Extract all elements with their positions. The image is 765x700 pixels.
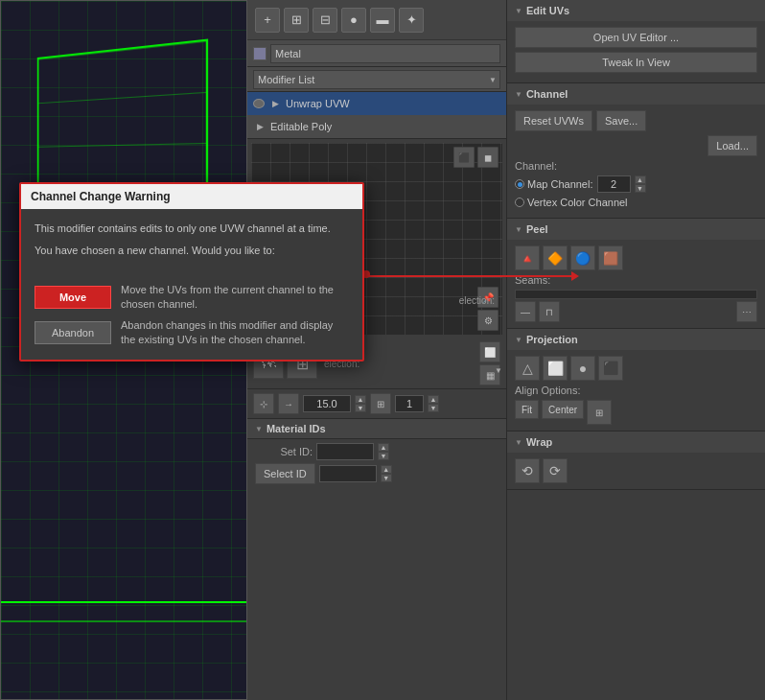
toolbar-star-icon[interactable]: ✦ <box>399 8 424 33</box>
select-id-spinner-up[interactable]: ▲ <box>381 465 392 474</box>
proj-cylinder-icon[interactable]: ⬜ <box>543 356 568 381</box>
peel-header[interactable]: ▼ Peel <box>507 219 765 240</box>
map-channel-down[interactable]: ▼ <box>635 184 646 193</box>
select-id-spinner-down[interactable]: ▼ <box>381 474 392 482</box>
map-channel-up[interactable]: ▲ <box>635 175 646 184</box>
move-button[interactable]: Move <box>35 286 111 309</box>
uv-select-icon1[interactable]: ⬛ <box>453 147 475 168</box>
proj-align-icon[interactable]: ⊞ <box>587 400 612 425</box>
set-id-spinner-down[interactable]: ▼ <box>378 452 389 460</box>
dialog-title-bar: Channel Change Warning <box>21 184 362 209</box>
count-spinner-down[interactable]: ▼ <box>428 404 439 412</box>
select-id-button[interactable]: Select ID <box>255 463 315 484</box>
selection-label: election: <box>459 295 495 306</box>
toolbar-rect-icon[interactable]: ▬ <box>370 8 395 33</box>
eye-icon[interactable] <box>253 99 265 108</box>
modifier-unwrap-uvw[interactable]: ▶ Unwrap UVW <box>247 92 506 115</box>
select-id-input[interactable] <box>319 465 377 482</box>
object-name-input[interactable] <box>270 44 500 63</box>
fit-button[interactable]: Fit <box>515 400 539 419</box>
modifier-stack: ▶ Unwrap UVW ▶ Editable Poly <box>247 92 506 139</box>
dialog-line2: You have chosen a new channel. Would you… <box>35 243 349 259</box>
projection-section: ▼ Projection △ ⬜ ● ⬛ Align Options: Fit … <box>507 329 765 432</box>
seam-tool2[interactable]: ⊓ <box>539 301 560 322</box>
uv-misc-icon2[interactable]: ▦ <box>479 364 500 385</box>
edit-uvs-header[interactable]: ▼ Edit UVs <box>507 0 765 21</box>
seam-dots[interactable]: ⋯ <box>736 301 757 322</box>
map-channel-option[interactable]: Map Channel: <box>515 178 593 190</box>
channel-triangle: ▼ <box>515 90 522 99</box>
channel-header[interactable]: ▼ Channel <box>507 83 765 105</box>
viewport-green-line <box>1 601 246 603</box>
edit-uvs-section: ▼ Edit UVs Open UV Editor ... Tweak In V… <box>507 0 765 83</box>
grid-snap-icon[interactable]: ⊞ <box>370 393 391 414</box>
abandon-action-row: Abandon Abandon changes in this modifier… <box>35 318 349 348</box>
map-channel-radio[interactable] <box>515 179 524 189</box>
move-gizmo-icon[interactable]: ⊹ <box>253 393 274 414</box>
toolbar-circle-icon[interactable]: ● <box>341 8 366 33</box>
toolbar-unwrap-icon[interactable]: ⊞ <box>284 8 309 33</box>
wrap-icon2[interactable]: ⟳ <box>543 458 568 483</box>
wrap-icon1[interactable]: ⟲ <box>515 458 540 483</box>
dialog-actions: Move Move the UVs from the current chann… <box>21 275 362 360</box>
projection-triangle: ▼ <box>515 336 522 344</box>
object-color-swatch[interactable] <box>253 47 267 60</box>
count-spinner-up[interactable]: ▲ <box>428 395 439 404</box>
channel-content: Reset UVWs Save... Load... Channel: Map … <box>507 105 765 218</box>
channel-change-dialog[interactable]: Channel Change Warning This modifier con… <box>19 182 364 362</box>
toolbar-edit-icon[interactable]: ⊟ <box>313 8 337 33</box>
peel-icon4[interactable]: 🟫 <box>598 245 623 270</box>
modifier-unwrap-label: Unwrap UVW <box>286 98 500 109</box>
modifier-list-dropdown[interactable]: Modifier List <box>253 70 500 89</box>
wrap-header[interactable]: ▼ Wrap <box>507 432 765 453</box>
align-options-label: Align Options: <box>515 385 580 396</box>
modifier-editable-poly[interactable]: ▶ Editable Poly <box>247 115 506 138</box>
arrow-icon[interactable]: → <box>278 393 299 414</box>
peel-icon1[interactable]: 🔺 <box>515 245 540 270</box>
map-channel-input[interactable] <box>597 175 631 193</box>
value-spinner-up[interactable]: ▲ <box>355 395 366 404</box>
spin-count-input[interactable] <box>395 395 424 412</box>
peel-icon3[interactable]: 🔵 <box>570 245 595 270</box>
material-ids-triangle: ▼ <box>255 425 263 433</box>
viewport-green-line2 <box>1 620 246 622</box>
proj-box-icon[interactable]: ⬛ <box>598 356 623 381</box>
uv-select-icon2[interactable]: ◼ <box>477 147 498 168</box>
dialog-body: This modifier contains edits to only one… <box>21 209 362 275</box>
tweak-in-view-button[interactable]: Tweak In View <box>515 52 757 73</box>
vertex-color-option[interactable]: Vertex Color Channel <box>515 197 628 208</box>
vertex-color-label: Vertex Color Channel <box>527 197 628 208</box>
wrap-content: ⟲ ⟳ <box>507 453 765 489</box>
modifier-poly-label: Editable Poly <box>270 121 500 132</box>
value-spinner-down[interactable]: ▼ <box>355 404 366 412</box>
edit-uvs-title: Edit UVs <box>526 5 569 16</box>
vertex-color-radio[interactable] <box>515 198 524 207</box>
peel-content: 🔺 🔶 🔵 🟫 Seams: — ⊓ ⋯ <box>507 240 765 328</box>
toolbar-plus-btn[interactable]: + <box>255 8 280 33</box>
material-ids-header[interactable]: ▼ Material IDs <box>247 418 506 439</box>
center-button[interactable]: Center <box>542 400 584 419</box>
peel-section: ▼ Peel 🔺 🔶 🔵 🟫 Seams: — ⊓ ⋯ <box>507 219 765 329</box>
material-ids-title: Material IDs <box>267 423 326 434</box>
seam-tool1[interactable]: — <box>515 301 536 322</box>
snap-value-input[interactable] <box>303 395 351 412</box>
uv-tool-icon[interactable]: ⚙ <box>477 310 498 331</box>
peel-title: Peel <box>526 223 548 235</box>
open-uv-editor-button[interactable]: Open UV Editor ... <box>515 27 757 48</box>
right-panel: ▼ Edit UVs Open UV Editor ... Tweak In V… <box>506 0 765 700</box>
wrap-section: ▼ Wrap ⟲ ⟳ <box>507 432 765 490</box>
projection-title: Projection <box>526 334 578 345</box>
move-action-row: Move Move the UVs from the current chann… <box>35 283 349 313</box>
reset-uvws-button[interactable]: Reset UVWs <box>515 110 592 131</box>
abandon-button[interactable]: Abandon <box>35 321 111 344</box>
save-channel-button[interactable]: Save... <box>596 110 646 131</box>
set-id-spinner-up[interactable]: ▲ <box>378 443 389 452</box>
set-id-input[interactable] <box>316 443 374 460</box>
proj-sphere-icon[interactable]: ● <box>570 356 595 381</box>
proj-flat-icon[interactable]: △ <box>515 356 540 381</box>
projection-header[interactable]: ▼ Projection <box>507 329 765 350</box>
peel-icon2[interactable]: 🔶 <box>543 245 568 270</box>
connector-arrowhead <box>571 271 579 281</box>
uv-misc-icon1[interactable]: ⬜ <box>479 341 500 362</box>
load-channel-button[interactable]: Load... <box>707 135 757 156</box>
